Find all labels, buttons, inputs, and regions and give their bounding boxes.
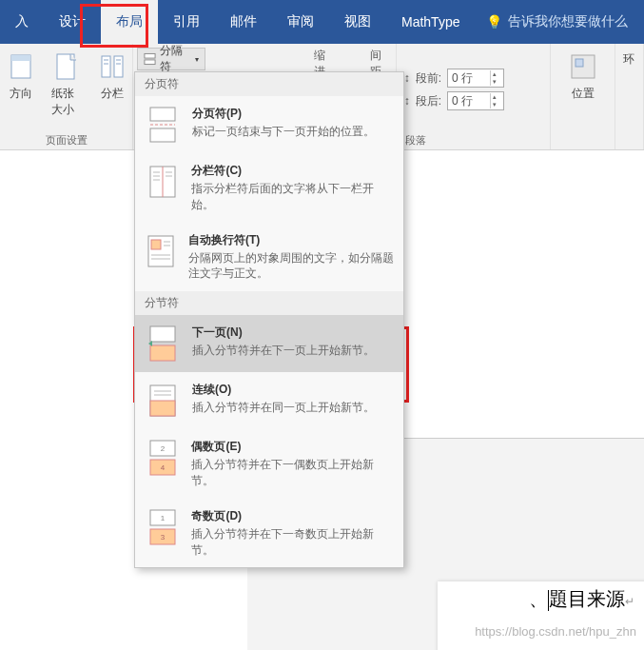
menu-item-page-break[interactable]: 分页符(P) 标记一页结束与下一页开始的位置。	[135, 96, 403, 153]
spin-up-icon[interactable]: ▴	[490, 70, 499, 78]
svg-rect-13	[150, 108, 175, 121]
svg-rect-10	[145, 60, 155, 65]
lightbulb-icon: 💡	[486, 14, 502, 30]
svg-rect-9	[145, 53, 155, 58]
tab-view[interactable]: 视图	[329, 0, 386, 44]
column-break-icon	[145, 163, 180, 213]
tell-me-search[interactable]: 💡 告诉我你想要做什么	[486, 13, 628, 30]
menu-desc: 分隔网页上的对象周围的文字，如分隔题注文字与正文。	[188, 250, 394, 283]
size-label: 纸张大小	[51, 86, 82, 118]
before-icon: ↕	[404, 71, 410, 85]
odd-page-icon: 13	[145, 508, 180, 559]
menu-item-text-wrapping-break[interactable]: 自动换行符(T) 分隔网页上的对象周围的文字，如分隔题注文字与正文。	[135, 223, 403, 292]
svg-rect-14	[150, 128, 175, 142]
tab-design[interactable]: 设计	[44, 0, 101, 44]
menu-title: 分栏符(C)	[191, 163, 394, 179]
tab-mailings[interactable]: 邮件	[215, 0, 272, 44]
menu-item-odd-page[interactable]: 13 奇数页(D) 插入分节符并在下一奇数页上开始新节。	[135, 499, 403, 568]
svg-rect-4	[114, 56, 123, 77]
menu-item-next-page[interactable]: 下一页(N) 插入分节符并在下一页上开始新节。	[135, 315, 403, 372]
tab-insert-partial[interactable]: 入	[0, 0, 44, 44]
svg-text:4: 4	[160, 463, 165, 472]
spin-down-icon[interactable]: ▾	[490, 78, 499, 86]
menu-item-column-break[interactable]: 分栏符(C) 指示分栏符后面的文字将从下一栏开始。	[135, 153, 403, 223]
ribbon-tabs: 入 设计 布局 引用 邮件 审阅 视图 MathType 💡 告诉我你想要做什么	[0, 0, 644, 44]
tell-me-label: 告诉我你想要做什么	[508, 13, 628, 30]
text-cursor	[548, 590, 549, 611]
svg-rect-29	[150, 345, 175, 361]
svg-text:1: 1	[160, 514, 165, 522]
next-page-icon	[145, 325, 181, 363]
svg-rect-1	[11, 55, 30, 61]
continuous-icon	[145, 382, 181, 420]
after-icon: ↕	[404, 94, 410, 108]
after-label: 段后:	[416, 93, 441, 109]
chevron-down-icon: ▾	[195, 55, 199, 64]
before-value: 0 行	[452, 70, 473, 87]
wrap-button-partial[interactable]: 环	[617, 48, 640, 71]
menu-desc: 插入分节符并在下一奇数页上开始新节。	[191, 526, 394, 559]
menu-desc: 插入分节符并在同一页上开始新节。	[192, 400, 375, 416]
menu-item-even-page[interactable]: 24 偶数页(E) 插入分节符并在下一偶数页上开始新节。	[135, 429, 403, 499]
after-value: 0 行	[452, 93, 473, 109]
position-label: 位置	[572, 86, 595, 102]
svg-rect-31	[150, 401, 175, 416]
spacing-before-input[interactable]: 0 行 ▴▾	[447, 69, 504, 88]
menu-item-continuous[interactable]: 连续(O) 插入分节符并在同一页上开始新节。	[135, 372, 403, 429]
watermark-text: https://blog.csdn.net/hpu_zhn	[475, 624, 636, 639]
before-label: 段前:	[416, 70, 441, 87]
tab-mathtype[interactable]: MathType	[386, 0, 475, 44]
menu-title: 自动换行符(T)	[188, 232, 394, 248]
document-heading-fragment: 、、題目来源題目来源↵	[529, 586, 634, 612]
tab-review[interactable]: 审阅	[272, 0, 329, 44]
orientation-label: 方向	[10, 86, 32, 102]
size-button[interactable]: 纸张大小	[46, 48, 88, 122]
orientation-button[interactable]: 方向	[0, 48, 42, 122]
group-label-paragraph: 段落	[405, 133, 426, 148]
breaks-dropdown-menu: 分页符 分页符(P) 标记一页结束与下一页开始的位置。 分栏符(C) 指示分栏符…	[134, 71, 404, 568]
columns-button[interactable]: 分栏	[91, 48, 133, 122]
menu-title: 下一页(N)	[192, 325, 375, 341]
spin-up-icon[interactable]: ▴	[490, 93, 499, 101]
breaks-label: 分隔符	[160, 43, 191, 75]
svg-rect-28	[150, 326, 175, 342]
page-breaks-section-header: 分页符	[135, 72, 403, 96]
page-break-icon	[145, 106, 181, 144]
spacing-after-input[interactable]: 0 行 ▴▾	[447, 91, 504, 110]
even-page-icon: 24	[145, 439, 180, 489]
menu-title: 奇数页(D)	[191, 508, 394, 524]
tab-layout[interactable]: 布局	[101, 0, 158, 44]
text-wrapping-icon	[145, 232, 177, 283]
group-label-page-setup: 页面设置	[46, 133, 88, 148]
svg-rect-12	[576, 59, 583, 67]
svg-text:2: 2	[160, 444, 165, 453]
menu-desc: 指示分栏符后面的文字将从下一栏开始。	[191, 181, 394, 213]
svg-rect-3	[102, 56, 110, 77]
menu-title: 连续(O)	[192, 382, 375, 398]
position-button[interactable]: 位置	[562, 48, 604, 106]
svg-rect-23	[151, 240, 161, 249]
spin-down-icon[interactable]: ▾	[490, 101, 499, 108]
wrap-label: 环	[623, 51, 634, 68]
breaks-dropdown-button[interactable]: 分隔符 ▾	[137, 48, 205, 70]
menu-desc: 插入分节符并在下一页上开始新节。	[192, 343, 375, 359]
tab-references[interactable]: 引用	[158, 0, 215, 44]
columns-label: 分栏	[101, 86, 124, 102]
menu-title: 偶数页(E)	[191, 439, 394, 455]
section-breaks-section-header: 分节符	[135, 291, 403, 315]
menu-desc: 插入分节符并在下一偶数页上开始新节。	[191, 457, 394, 489]
menu-desc: 标记一页结束与下一页开始的位置。	[192, 124, 375, 140]
menu-title: 分页符(P)	[192, 106, 375, 122]
svg-text:3: 3	[160, 533, 165, 542]
